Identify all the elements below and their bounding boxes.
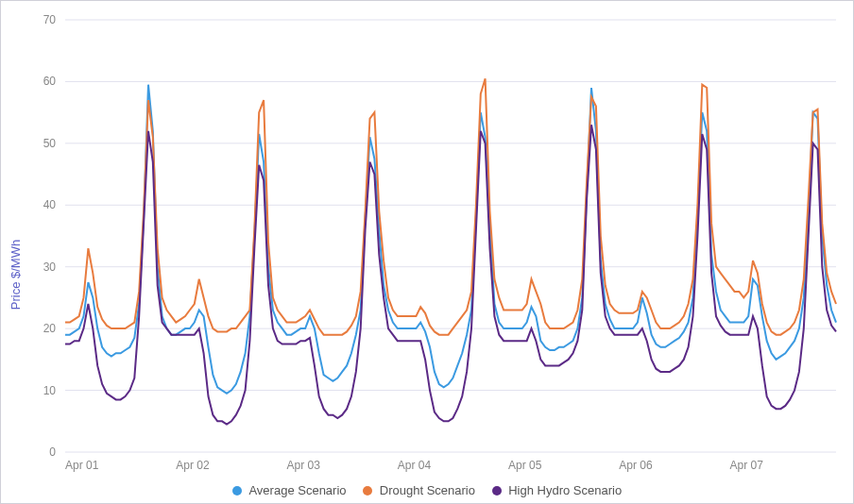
svg-text:20: 20 [43,322,57,335]
svg-text:Apr 01: Apr 01 [65,459,99,472]
svg-text:Apr 04: Apr 04 [398,459,432,472]
y-axis-ticks: 010203040506070 [43,13,57,459]
svg-text:Apr 03: Apr 03 [287,459,321,472]
legend-swatch-drought [363,486,372,496]
gridlines [65,20,836,452]
y-axis-label: Price $/MWh [9,240,23,310]
svg-text:0: 0 [49,445,56,459]
legend-label-highhydro: High Hydro Scenario [508,483,622,497]
svg-text:30: 30 [43,260,57,274]
svg-text:70: 70 [43,13,57,26]
svg-text:10: 10 [43,384,57,397]
svg-text:Apr 06: Apr 06 [619,459,653,472]
svg-text:Apr 07: Apr 07 [730,459,764,472]
legend-label-drought: Drought Scenario [380,483,475,497]
legend-swatch-average [232,486,242,496]
legend-swatch-highhydro [492,486,502,496]
legend-label-average: Average Scenario [248,483,346,497]
series-lines [65,78,836,424]
series-high-hydro-scenario [65,125,836,424]
svg-text:Apr 02: Apr 02 [176,459,210,472]
svg-text:40: 40 [43,198,57,211]
svg-text:Apr 05: Apr 05 [508,459,542,472]
x-axis-ticks: Apr 01Apr 02Apr 03Apr 04Apr 05Apr 06Apr … [65,459,763,472]
svg-text:60: 60 [43,75,57,88]
series-average-scenario [65,85,836,394]
legend: Average Scenario Drought Scenario High H… [1,482,853,497]
line-chart: { "chart_data": { "type": "line", "title… [0,0,854,504]
svg-text:50: 50 [43,137,57,150]
series-drought-scenario [65,78,836,335]
chart-canvas: Price $/MWh 010203040506070 Apr 01Apr 02… [1,1,854,480]
